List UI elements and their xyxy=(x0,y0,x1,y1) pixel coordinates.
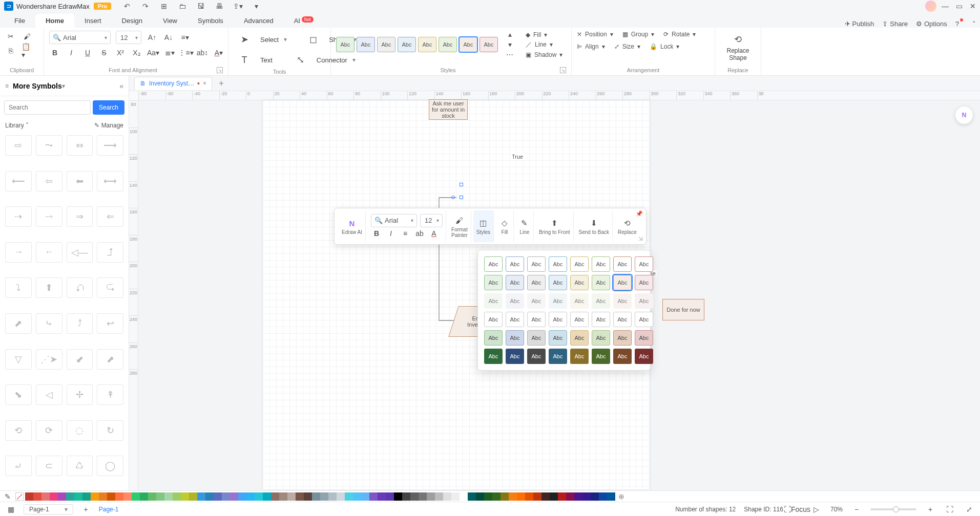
color-swatch[interactable] xyxy=(574,492,582,501)
style-option-4-5[interactable]: Abc xyxy=(592,330,610,346)
color-swatch[interactable] xyxy=(230,492,238,501)
shape-arrow-up-thin[interactable]: ↟ xyxy=(97,384,123,405)
styles-more-button[interactable]: ⋯ xyxy=(504,51,515,58)
color-swatch[interactable] xyxy=(419,492,427,501)
style-option-1-2[interactable]: Abc xyxy=(527,275,546,290)
color-swatch[interactable] xyxy=(238,492,246,501)
style-option-2-2[interactable]: Abc xyxy=(527,293,546,309)
shape-arrow-zigzag[interactable]: ⤳ xyxy=(36,135,62,156)
shape-arrow-oval[interactable]: ◯ xyxy=(97,456,123,476)
style-option-2-1[interactable]: Abc xyxy=(506,293,524,309)
shape-arrow-refresh[interactable]: ⟳ xyxy=(36,420,62,441)
align-para-button[interactable]: ≡▾ xyxy=(179,32,191,43)
color-swatch[interactable] xyxy=(345,492,353,501)
shape-arrow-semi-circle[interactable]: ⤾ xyxy=(5,456,32,476)
undo-button[interactable]: ↶ xyxy=(121,1,133,12)
line-button[interactable]: ／Line▾ xyxy=(526,40,562,49)
shape-arrow-curve-down[interactable]: ⤵ xyxy=(5,277,32,298)
style-option-5-5[interactable]: Abc xyxy=(592,349,610,364)
style-swatch-5[interactable]: Abc xyxy=(418,37,436,52)
color-swatch[interactable] xyxy=(492,492,501,501)
shape-arrow-curve-right[interactable]: ⤷ xyxy=(36,313,62,334)
text-tool-button[interactable]: T xyxy=(234,51,255,69)
color-swatch[interactable] xyxy=(328,492,337,501)
replace-shape-button[interactable]: ⟲ Replace Shape xyxy=(722,31,753,63)
color-swatch[interactable] xyxy=(509,492,517,501)
style-option-3-2[interactable]: Abc xyxy=(527,312,546,327)
shape-arrow-block-left[interactable]: ⇦ xyxy=(36,171,62,191)
options-button[interactable]: ⚙Options xyxy=(916,20,947,28)
color-swatch[interactable] xyxy=(50,492,58,501)
shape-arrow-triangle-down[interactable]: ▽ xyxy=(5,349,32,370)
collapse-panel-button[interactable]: « xyxy=(119,82,123,90)
zoom-slider[interactable] xyxy=(870,508,916,510)
shape-arrow-double-line[interactable]: ⟷ xyxy=(97,171,123,191)
style-option-2-5[interactable]: Abc xyxy=(592,293,610,309)
style-option-1-0[interactable]: Abc xyxy=(484,275,503,290)
menu-insert[interactable]: Insert xyxy=(74,14,112,28)
color-swatch[interactable] xyxy=(525,492,533,501)
style-option-4-0[interactable]: Abc xyxy=(484,330,503,346)
color-swatch[interactable] xyxy=(255,492,263,501)
print-button[interactable]: 🖶 xyxy=(214,1,225,12)
group-button[interactable]: ▦Group▾ xyxy=(622,31,654,38)
color-swatch[interactable] xyxy=(279,492,287,501)
color-swatch[interactable] xyxy=(533,492,541,501)
shape-arrow-circle[interactable]: ↻ xyxy=(97,420,123,441)
color-swatch[interactable] xyxy=(296,492,304,501)
color-swatch[interactable] xyxy=(148,492,156,501)
shape-arrow-diag-up[interactable]: ⬈ xyxy=(5,313,32,334)
style-option-5-2[interactable]: Abc xyxy=(527,349,546,364)
color-swatch[interactable] xyxy=(58,492,66,501)
menu-home[interactable]: Home xyxy=(35,14,74,28)
color-swatch[interactable] xyxy=(99,492,107,501)
help-button[interactable]: ? xyxy=(955,20,964,28)
zoom-level[interactable]: 70% xyxy=(830,506,843,513)
increase-font-button[interactable]: A↑ xyxy=(147,32,158,43)
shape-arrow-long-right[interactable]: ⟶ xyxy=(97,135,123,156)
shape-arrow-u-turn-up[interactable]: ⮏ xyxy=(67,277,93,298)
color-swatch[interactable] xyxy=(25,492,33,501)
color-swatch[interactable] xyxy=(156,492,164,501)
menu-symbols[interactable]: Symbols xyxy=(187,14,234,28)
minimize-button[interactable]: — xyxy=(942,2,949,10)
fill-button[interactable]: ◆Fill▾ xyxy=(526,31,562,38)
ft-align-button[interactable]: ≡ xyxy=(400,228,411,239)
shape-arrow-down-left[interactable]: ⬋ xyxy=(67,349,93,370)
style-option-4-3[interactable]: Abc xyxy=(549,330,567,346)
shape-arrow-dotted-diag[interactable]: ⋰➤ xyxy=(36,349,62,370)
bullets-button[interactable]: ⋮≡▾ xyxy=(180,47,192,58)
edraw-ai-button[interactable]: Edraw AI xyxy=(342,229,362,235)
style-swatch-1[interactable]: Abc xyxy=(336,37,355,52)
color-swatch[interactable] xyxy=(82,492,91,501)
shape-arrow-turn-up[interactable]: ⮥ xyxy=(97,242,123,263)
color-swatch[interactable] xyxy=(566,492,574,501)
color-swatch[interactable] xyxy=(115,492,123,501)
redo-button[interactable]: ↷ xyxy=(140,1,151,12)
connector-tool-button[interactable]: ⤡ xyxy=(290,51,311,69)
add-page-button[interactable]: + xyxy=(80,504,92,515)
toggle-toolbar-button[interactable]: ⇲ xyxy=(638,235,643,242)
style-option-4-4[interactable]: Abc xyxy=(570,330,589,346)
menu-ai[interactable]: AIhot xyxy=(284,14,324,28)
color-swatch[interactable] xyxy=(263,492,271,501)
style-option-2-7[interactable]: Abc xyxy=(635,293,653,309)
color-swatch[interactable] xyxy=(582,492,591,501)
share-button[interactable]: ⇪Share xyxy=(882,20,908,28)
shape-arrow-bend-up[interactable]: ⤴ xyxy=(67,313,93,334)
shape-arrow-down-right[interactable]: ⬊ xyxy=(5,384,32,405)
style-option-1-5[interactable]: Abc xyxy=(592,275,610,290)
color-swatch[interactable] xyxy=(435,492,443,501)
close-button[interactable]: ✕ xyxy=(970,2,976,10)
color-swatch[interactable] xyxy=(541,492,550,501)
color-swatch[interactable] xyxy=(181,492,189,501)
pin-toolbar-button[interactable]: 📌 xyxy=(636,210,643,217)
shape-arrow-cross[interactable]: ✢ xyxy=(67,384,93,405)
shape-arrow-triangle-left[interactable]: ◁— xyxy=(67,242,93,263)
style-option-3-1[interactable]: Abc xyxy=(506,312,524,327)
manage-library-button[interactable]: ✎ Manage xyxy=(94,122,123,129)
style-option-0-1[interactable]: Abc xyxy=(506,256,524,272)
style-swatch-4[interactable]: Abc xyxy=(398,37,416,52)
shape-arrow-notched-left[interactable]: ⬅ xyxy=(67,171,93,191)
ft-bring-front-button[interactable]: Bring to Front xyxy=(539,229,570,235)
